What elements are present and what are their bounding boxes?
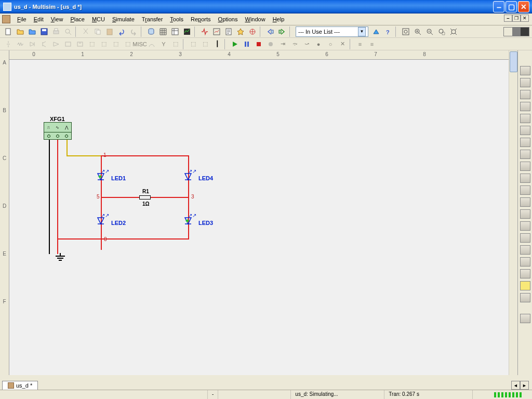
clear-bp-button[interactable]: ✕ xyxy=(337,38,348,50)
wire[interactable] xyxy=(101,197,139,198)
mdi-close-button[interactable]: ✕ xyxy=(521,15,529,22)
place-mcu-button[interactable]: ⬚ xyxy=(170,38,181,50)
close-button[interactable]: ✕ xyxy=(518,1,529,12)
simulation-switch[interactable] xyxy=(503,27,529,36)
breakpoint-button[interactable]: ● xyxy=(313,38,324,50)
multimeter-button[interactable] xyxy=(520,66,530,75)
menu-transfer[interactable]: Transfer xyxy=(138,15,167,24)
resistor-r1[interactable] xyxy=(139,195,151,200)
align-left-button[interactable]: ≡ xyxy=(354,38,366,50)
labview-button[interactable] xyxy=(520,281,530,290)
ground-symbol[interactable] xyxy=(54,253,66,262)
help-button[interactable]: ? xyxy=(382,26,394,37)
distortion-button[interactable] xyxy=(520,197,530,207)
schematic-canvas[interactable]: XFG1 ⎍∿⋀ 1 xyxy=(9,60,509,375)
bus-button[interactable]: ⬚ xyxy=(200,38,211,50)
menu-options[interactable]: Options xyxy=(215,15,242,24)
forward-annotate-button[interactable] xyxy=(276,26,288,37)
place-analog-button[interactable] xyxy=(50,38,62,50)
run-button[interactable] xyxy=(229,38,241,50)
menu-tools[interactable]: Tools xyxy=(166,15,187,24)
place-transistor-button[interactable] xyxy=(38,38,50,50)
wattmeter-button[interactable] xyxy=(520,90,530,99)
menu-simulate[interactable]: Simulate xyxy=(109,15,138,24)
current-probe-button[interactable] xyxy=(520,293,530,302)
tek-scope-button[interactable] xyxy=(520,269,530,278)
place-basic-button[interactable] xyxy=(15,38,26,50)
analysis-button[interactable] xyxy=(199,26,210,37)
menu-mcu[interactable]: MCU xyxy=(88,15,109,24)
place-electromech-button[interactable]: Y xyxy=(158,38,169,50)
record-button[interactable] xyxy=(265,38,276,50)
place-cmos-button[interactable] xyxy=(74,38,86,50)
step-over-button[interactable]: ⤼ xyxy=(289,38,300,50)
copy-button[interactable] xyxy=(92,26,103,37)
function-gen-button[interactable] xyxy=(520,78,530,87)
wire[interactable] xyxy=(49,140,50,254)
led4-symbol[interactable]: ↗↗ xyxy=(183,171,193,182)
zoom-in-button[interactable] xyxy=(412,26,423,37)
place-mixed-button[interactable]: ⬚ xyxy=(98,38,110,50)
place-diode-button[interactable] xyxy=(26,38,38,50)
grid-button[interactable] xyxy=(157,26,169,37)
paste-button[interactable] xyxy=(104,26,115,37)
cut-button[interactable] xyxy=(80,26,91,37)
zoom-out-button[interactable] xyxy=(424,26,435,37)
wire[interactable] xyxy=(101,238,102,250)
back-annotate-button[interactable] xyxy=(264,26,276,37)
menu-view[interactable]: View xyxy=(47,15,67,24)
function-generator-xfg1[interactable]: ⎍∿⋀ xyxy=(44,122,72,140)
preview-button[interactable] xyxy=(62,26,74,37)
place-power-button[interactable]: ⬚ xyxy=(122,38,134,50)
menu-place[interactable]: Place xyxy=(66,15,88,24)
wire[interactable] xyxy=(57,238,101,240)
undo-button[interactable] xyxy=(116,26,127,37)
open-design-button[interactable] xyxy=(26,26,38,37)
place-ttl-button[interactable] xyxy=(62,38,74,50)
align-right-button[interactable]: ≡ xyxy=(366,38,378,50)
stop-button[interactable] xyxy=(253,38,264,50)
toggle-bp-button[interactable]: ○ xyxy=(325,38,336,50)
spreadsheet-button[interactable] xyxy=(169,26,181,37)
place-indicator-button[interactable]: ⬚ xyxy=(110,38,122,50)
cross-probe-button[interactable] xyxy=(247,26,258,37)
spectrum-button[interactable] xyxy=(520,209,530,219)
bode-plotter-button[interactable] xyxy=(520,126,530,135)
maximize-button[interactable]: ▢ xyxy=(506,1,517,12)
wire[interactable] xyxy=(151,197,189,198)
place-wire-button[interactable]: ┃ xyxy=(211,38,223,50)
agilent-mm-button[interactable] xyxy=(520,245,530,255)
wire[interactable] xyxy=(57,140,58,254)
erc-button[interactable] xyxy=(223,26,234,37)
postprocess-button[interactable] xyxy=(211,26,222,37)
menu-reports[interactable]: Reports xyxy=(187,15,215,24)
place-rf-button[interactable] xyxy=(146,38,157,50)
new-button[interactable] xyxy=(3,26,14,37)
pause-button[interactable] xyxy=(241,38,252,50)
wire[interactable] xyxy=(101,155,189,156)
eduweb-button[interactable] xyxy=(370,26,382,37)
grapher-button[interactable] xyxy=(181,26,193,37)
mdi-restore-button[interactable]: ❐ xyxy=(512,15,521,22)
iv-analyzer-button[interactable] xyxy=(520,185,530,195)
wizard-button[interactable] xyxy=(235,26,246,37)
minimize-button[interactable]: ‒ xyxy=(493,1,504,12)
wire[interactable] xyxy=(66,140,68,155)
agilent-fg-button[interactable] xyxy=(520,233,530,243)
word-gen-button[interactable] xyxy=(520,150,530,159)
mdi-minimize-button[interactable]: ‒ xyxy=(504,15,512,22)
vertical-scrollbar[interactable] xyxy=(509,50,517,375)
save-button[interactable] xyxy=(38,26,50,37)
freq-counter-button[interactable] xyxy=(520,138,530,147)
place-source-button[interactable] xyxy=(3,38,14,50)
hierarchy-button[interactable]: ⬚ xyxy=(188,38,199,50)
led1-symbol[interactable]: ↗↗ ✦ xyxy=(96,171,106,182)
oscilloscope-button[interactable] xyxy=(520,102,530,111)
redo-button[interactable] xyxy=(128,26,139,37)
in-use-list-dropdown[interactable]: --- In Use List --- ▼ xyxy=(296,26,368,37)
menu-window[interactable]: Window xyxy=(241,15,269,24)
zoom-fit-button[interactable] xyxy=(448,26,459,37)
led3-symbol[interactable]: ↗↗ ✦ xyxy=(183,216,193,226)
network-button[interactable] xyxy=(520,221,530,231)
place-misc-button[interactable]: MISC xyxy=(134,38,145,50)
